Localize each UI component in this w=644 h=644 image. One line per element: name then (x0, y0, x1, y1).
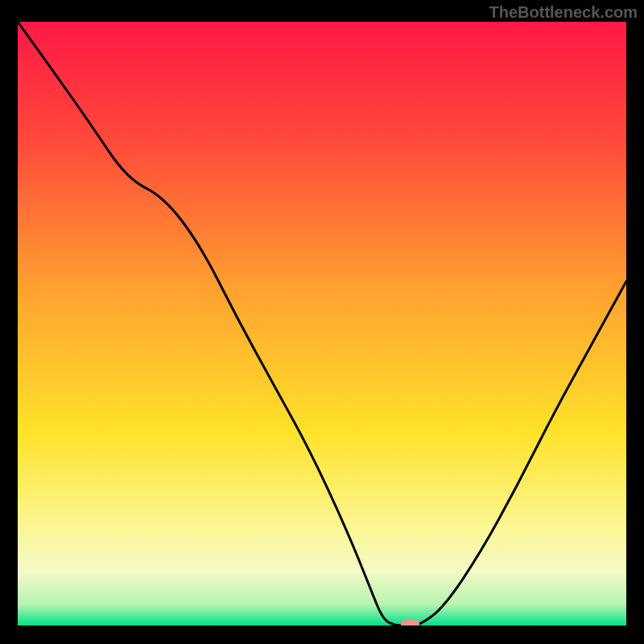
watermark-text: TheBottleneck.com (489, 3, 638, 22)
chart-frame: TheBottleneck.com (0, 0, 644, 644)
plot-area (16, 20, 628, 627)
bottleneck-chart (18, 22, 626, 625)
gradient-background (18, 22, 626, 625)
optimal-point-marker (402, 620, 419, 626)
